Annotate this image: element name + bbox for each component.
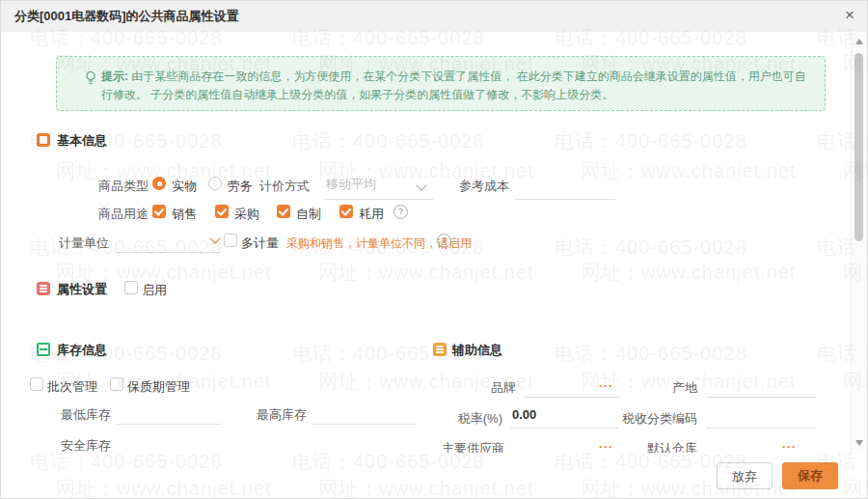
radio-service[interactable] (208, 177, 222, 190)
dialog-title: 分类[0001电器数码]的公共商品属性设置 (14, 1, 239, 32)
close-icon[interactable]: × (845, 6, 854, 25)
watermark-text: 网址：www.chanjet.net (581, 260, 797, 286)
checkbox-shelf-life-management-label[interactable]: 保质期管理 (127, 378, 190, 396)
unit-select[interactable] (115, 227, 221, 253)
watermark-text: 网址：www.chanjet.net (318, 260, 534, 286)
radio-service-label[interactable]: 劳务 (228, 178, 253, 195)
inventory-info-icon (37, 343, 50, 356)
checkbox-self-made-label[interactable]: 自制 (296, 206, 321, 223)
dialog-footer: 放弃 保存 (1, 453, 867, 498)
auxiliary-info-title: 辅助信息 (452, 342, 502, 359)
discard-button[interactable]: 放弃 (717, 462, 773, 489)
brand-picker-icon[interactable]: ··· (599, 379, 613, 393)
origin-label: 产地 (648, 379, 697, 397)
tax-rate-value: 0.00 (512, 407, 536, 422)
checkbox-shelf-life-management[interactable] (110, 377, 123, 391)
reference-cost-input[interactable] (515, 170, 615, 200)
usage-help-icon[interactable]: ? (393, 205, 408, 219)
unit-help-icon[interactable]: ? (437, 234, 451, 248)
radio-physical-goods[interactable] (152, 177, 166, 190)
scroll-up-icon[interactable] (855, 39, 863, 44)
vertical-scrollbar[interactable] (851, 32, 867, 453)
dialog-header: 分类[0001电器数码]的公共商品属性设置 × (1, 1, 867, 32)
tax-rate-input[interactable]: 0.00 (510, 402, 618, 429)
watermark-text: 电话：400-665-0028 (555, 128, 747, 154)
checkbox-enable-attribute[interactable] (124, 281, 138, 294)
unit-label: 计量单位 (59, 235, 109, 252)
reference-cost-label: 参考成本 (459, 178, 509, 195)
min-stock-input[interactable] (117, 399, 221, 425)
scrollbar-thumb[interactable] (854, 53, 863, 241)
checkbox-purchase-label[interactable]: 采购 (234, 206, 259, 223)
checkbox-consume[interactable] (339, 205, 353, 218)
chevron-down-icon (416, 180, 426, 190)
min-stock-label: 最低库存 (61, 406, 111, 424)
auxiliary-info-icon (433, 343, 447, 356)
tax-code-input[interactable] (706, 402, 816, 429)
checkbox-sale[interactable] (152, 205, 166, 218)
tip-box: 提示: 由于某些商品存在一致的信息，为方便使用，在某个分类下设置了属性值， 在此… (56, 56, 826, 111)
tip-label: 提示: (101, 69, 128, 83)
tax-code-label: 税收分类编码 (621, 410, 697, 428)
inventory-info-title: 库存信息 (57, 342, 107, 359)
product-usage-label: 商品用途 (98, 206, 149, 223)
tip-text: 提示: 由于某些商品存在一致的信息，为方便使用，在某个分类下设置了属性值， 在此… (101, 68, 811, 104)
checkbox-enable-attribute-label[interactable]: 启用 (142, 282, 167, 299)
pricing-method-select[interactable]: 移动平均 (324, 170, 433, 200)
checkbox-multi-unit-label[interactable]: 多计量 (241, 235, 279, 252)
checkbox-self-made[interactable] (277, 205, 290, 218)
scroll-down-icon[interactable] (855, 440, 863, 446)
max-stock-input[interactable] (312, 399, 416, 425)
attribute-settings-title: 属性设置 (57, 281, 107, 298)
max-stock-label: 最高库存 (257, 406, 307, 424)
checkbox-consume-label[interactable]: 耗用 (359, 206, 384, 223)
pricing-method-label: 计价方式 (259, 178, 310, 195)
brand-label: 品牌 (465, 379, 516, 397)
warehouse-picker-icon[interactable]: ··· (782, 440, 797, 454)
pricing-method-placeholder: 移动平均 (326, 176, 376, 193)
unit-chevron-down-icon (209, 233, 220, 243)
supplier-picker-icon[interactable]: ··· (599, 440, 613, 454)
watermark-text: 电话：400-665-0028 (555, 341, 747, 367)
product-type-label: 商品类型 (98, 178, 149, 195)
watermark-text: 电话：400-665-0028 (555, 235, 747, 261)
save-button[interactable]: 保存 (782, 462, 838, 489)
basic-info-icon (37, 133, 50, 147)
category-attribute-settings-dialog: 分类[0001电器数码]的公共商品属性设置 × 提示: 由于某些商品存在一致的信… (0, 0, 868, 499)
watermark-text: 电话：400-665-0028 (292, 128, 485, 154)
checkbox-batch-management-label[interactable]: 批次管理 (47, 378, 97, 396)
basic-info-title: 基本信息 (57, 132, 107, 150)
checkbox-multi-unit[interactable] (224, 234, 237, 247)
checkbox-purchase[interactable] (215, 205, 229, 218)
origin-input[interactable] (706, 372, 816, 398)
checkbox-batch-management[interactable] (30, 377, 43, 391)
attribute-settings-icon (37, 282, 50, 295)
checkbox-sale-label[interactable]: 销售 (172, 206, 197, 223)
radio-physical-goods-label[interactable]: 实物 (172, 178, 197, 195)
tax-rate-label: 税率(%) (426, 410, 502, 428)
lightbulb-icon (85, 70, 96, 86)
